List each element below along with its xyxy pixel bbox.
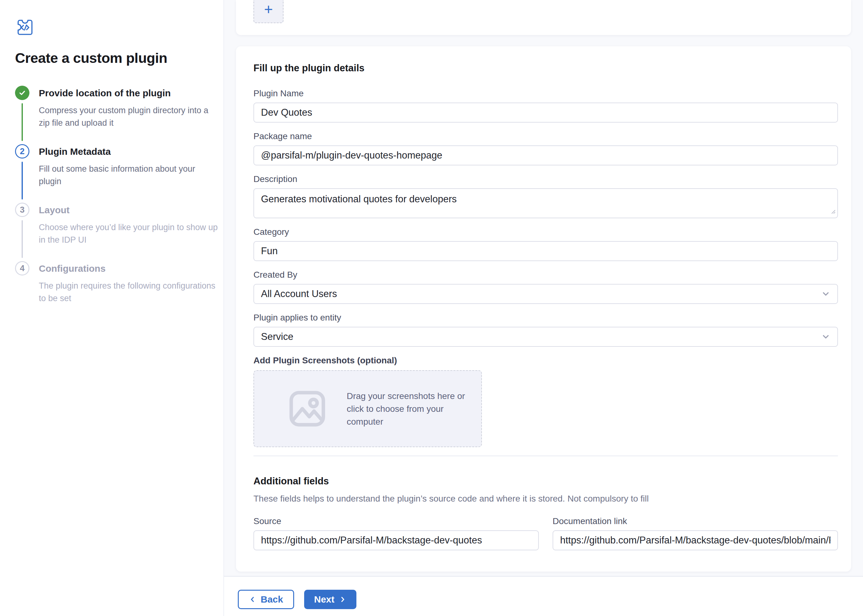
package-name-label: Package name: [254, 131, 838, 141]
step-provide-location: Provide location of the plugin Compress …: [15, 86, 219, 144]
step-number: 4: [20, 264, 24, 273]
step-title: Configurations: [39, 262, 219, 275]
source-input[interactable]: [254, 530, 539, 550]
documentation-link-field: Documentation link: [553, 516, 838, 550]
step-body: Configurations The plugin requires the f…: [39, 261, 219, 320]
step-circle-completed: [15, 86, 30, 100]
step-number: 3: [20, 205, 24, 215]
additional-fields-note: These fields helps to understand the plu…: [254, 492, 838, 505]
step-circle-upcoming: 4: [15, 261, 30, 275]
step-description: Compress your custom plugin directory in…: [39, 104, 219, 129]
applies-to-entity-label: Plugin applies to entity: [254, 313, 838, 323]
textarea-resize-handle[interactable]: [830, 209, 836, 216]
stepper: Provide location of the plugin Compress …: [15, 86, 219, 320]
applies-to-entity-value: Service: [261, 331, 293, 343]
plus-icon: +: [264, 1, 273, 18]
applies-to-entity-field: Plugin applies to entity Service: [254, 313, 838, 347]
category-label: Category: [254, 227, 838, 237]
package-name-input[interactable]: [254, 145, 838, 165]
screenshots-field: Add Plugin Screenshots (optional) Drag y…: [254, 355, 838, 447]
plugin-logo-icon: [15, 17, 219, 39]
description-textarea[interactable]: Generates motivational quotes for develo…: [254, 188, 838, 218]
step-rail: 4: [15, 261, 30, 320]
step-circle-upcoming: 3: [15, 203, 30, 217]
description-field: Description Generates motivational quote…: [254, 174, 838, 218]
back-button-label: Back: [261, 594, 283, 605]
add-plugin-tile[interactable]: +: [254, 0, 283, 23]
step-description: Fill out some basic information about yo…: [39, 163, 219, 188]
plugin-name-label: Plugin Name: [254, 88, 838, 99]
created-by-field: Created By All Account Users: [254, 270, 838, 304]
documentation-link-label: Documentation link: [553, 516, 838, 526]
applies-to-entity-select[interactable]: Service: [254, 327, 838, 347]
create-plugin-wizard: Create a custom plugin Provide location …: [0, 0, 863, 616]
step-body: Provide location of the plugin Compress …: [39, 86, 219, 144]
chevron-left-icon: [249, 596, 256, 603]
step-body: Plugin Metadata Fill out some basic info…: [39, 144, 219, 203]
step-title: Layout: [39, 204, 219, 216]
step-title: Plugin Metadata: [39, 146, 219, 157]
sidebar: Create a custom plugin Provide location …: [0, 0, 224, 616]
chevron-down-icon: [821, 332, 830, 341]
step-title: Provide location of the plugin: [39, 87, 219, 99]
plugin-details-card: Fill up the plugin details Plugin Name P…: [236, 46, 851, 572]
section-divider: [254, 456, 838, 456]
plugin-name-field: Plugin Name: [254, 88, 838, 123]
step-connector: [22, 103, 23, 141]
dropzone-text: Drag your screenshots here or click to c…: [347, 390, 469, 428]
step-connector: [22, 162, 23, 200]
step-circle-active: 2: [15, 144, 30, 159]
package-name-field: Package name: [254, 131, 838, 165]
plugin-name-input[interactable]: [254, 102, 838, 123]
next-button-label: Next: [314, 594, 334, 605]
step-body: Layout Choose where you’d like your plug…: [39, 203, 219, 261]
main-panel: + Fill up the plugin details Plugin Name…: [224, 0, 863, 616]
uploaded-plugins-card: +: [236, 0, 851, 35]
image-placeholder-icon: [285, 387, 329, 431]
back-button[interactable]: Back: [238, 590, 294, 609]
screenshots-label: Add Plugin Screenshots (optional): [254, 355, 838, 366]
created-by-label: Created By: [254, 270, 838, 280]
source-field: Source: [254, 516, 539, 550]
additional-fields-row: Source Documentation link: [254, 516, 838, 550]
step-plugin-metadata: 2 Plugin Metadata Fill out some basic in…: [15, 144, 219, 203]
step-layout: 3 Layout Choose where you’d like your pl…: [15, 203, 219, 261]
step-configurations: 4 Configurations The plugin requires the…: [15, 261, 219, 320]
description-label: Description: [254, 174, 838, 184]
chevron-right-icon: [339, 596, 346, 603]
footer: Back Next: [224, 576, 863, 616]
documentation-link-input[interactable]: [553, 530, 838, 550]
category-field: Category: [254, 227, 838, 261]
created-by-select[interactable]: All Account Users: [254, 284, 838, 304]
created-by-value: All Account Users: [261, 288, 337, 300]
step-description: The plugin requires the following config…: [39, 280, 219, 305]
step-rail: 2: [15, 144, 30, 203]
next-button[interactable]: Next: [304, 590, 356, 609]
screenshot-dropzone[interactable]: Drag your screenshots here or click to c…: [254, 370, 482, 447]
step-connector: [22, 220, 23, 258]
page-title: Create a custom plugin: [15, 50, 219, 66]
source-label: Source: [254, 516, 539, 526]
step-number: 2: [20, 147, 24, 156]
step-description: Choose where you’d like your plugin to s…: [39, 221, 219, 246]
step-rail: [15, 86, 30, 144]
category-input[interactable]: [254, 241, 838, 261]
form-heading: Fill up the plugin details: [254, 62, 838, 74]
additional-fields-heading: Additional fields: [254, 475, 838, 487]
check-icon: [18, 89, 26, 97]
chevron-down-icon: [821, 289, 830, 299]
step-rail: 3: [15, 203, 30, 261]
